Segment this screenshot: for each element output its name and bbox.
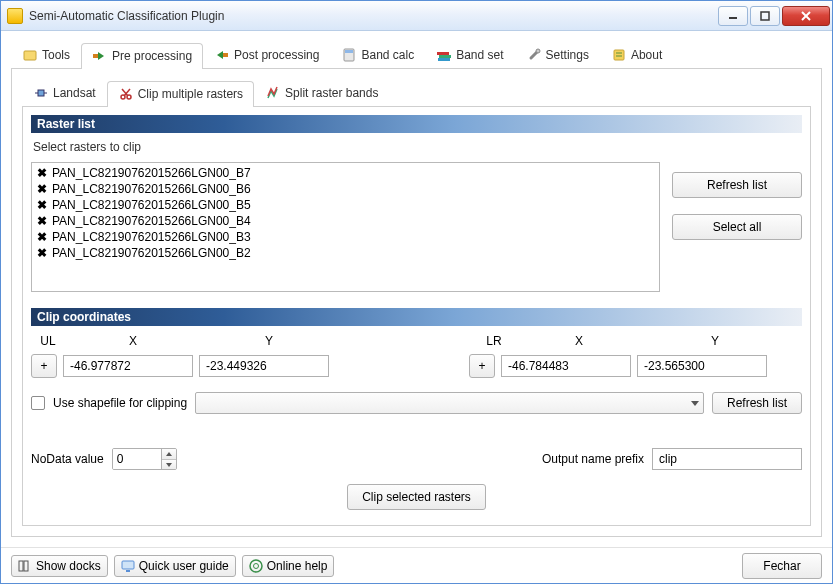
tab-label: Pre processing <box>112 49 192 63</box>
select-rasters-label: Select rasters to clip <box>31 139 802 156</box>
select-all-button[interactable]: Select all <box>672 214 802 240</box>
lr-pick-button[interactable]: + <box>469 354 495 378</box>
spin-up-button[interactable] <box>162 449 176 459</box>
raster-name: PAN_LC82190762015266LGN00_B4 <box>52 213 251 229</box>
docks-icon <box>18 560 32 572</box>
svg-rect-15 <box>614 50 624 60</box>
svg-rect-1 <box>761 12 769 20</box>
list-item[interactable]: ✖PAN_LC82190762015266LGN00_B6 <box>34 181 657 197</box>
online-help-button[interactable]: Online help <box>242 555 335 577</box>
maximize-button[interactable] <box>750 6 780 26</box>
list-item[interactable]: ✖PAN_LC82190762015266LGN00_B5 <box>34 197 657 213</box>
tab-preprocessing[interactable]: Pre processing <box>81 43 203 69</box>
satellite-icon <box>33 85 49 101</box>
sub-tabs: Landsat Clip multiple rasters Split rast… <box>22 79 811 107</box>
x-icon: ✖ <box>36 229 48 245</box>
svg-rect-4 <box>24 51 36 60</box>
ul-pick-button[interactable]: + <box>31 354 57 378</box>
subtab-landsat[interactable]: Landsat <box>22 80 107 106</box>
ul-y-input[interactable] <box>199 355 329 377</box>
svg-rect-28 <box>126 570 130 572</box>
raster-list-header: Raster list <box>31 115 802 133</box>
subtab-label: Landsat <box>53 86 96 100</box>
y-label: Y <box>201 334 337 348</box>
tab-bandset[interactable]: Band set <box>425 42 514 68</box>
nodata-input[interactable] <box>113 449 161 469</box>
x-icon: ✖ <box>36 213 48 229</box>
ul-label: UL <box>31 334 65 348</box>
postprocessing-icon <box>214 47 230 63</box>
window-buttons <box>718 6 830 26</box>
button-label: Show docks <box>36 559 101 573</box>
nodata-spinbox[interactable] <box>112 448 177 470</box>
tab-about[interactable]: About <box>600 42 673 68</box>
subtab-clip[interactable]: Clip multiple rasters <box>107 81 254 107</box>
coord-header-row: UL X Y LR X Y <box>31 334 802 348</box>
clip-coords-header: Clip coordinates <box>31 308 802 326</box>
close-button[interactable] <box>782 6 830 26</box>
chevron-up-icon <box>166 452 172 456</box>
x-icon: ✖ <box>36 245 48 261</box>
list-item[interactable]: ✖PAN_LC82190762015266LGN00_B4 <box>34 213 657 229</box>
list-item[interactable]: ✖PAN_LC82190762015266LGN00_B7 <box>34 165 657 181</box>
refresh-shapefile-button[interactable]: Refresh list <box>712 392 802 414</box>
svg-point-14 <box>536 49 540 53</box>
plus-icon: + <box>478 359 485 373</box>
close-dialog-button[interactable]: Fechar <box>742 553 822 579</box>
window-title: Semi-Automatic Classification Plugin <box>29 9 718 23</box>
help-icon <box>249 559 263 573</box>
svg-rect-13 <box>438 58 450 61</box>
plus-icon: + <box>40 359 47 373</box>
shapefile-combobox[interactable] <box>195 392 704 414</box>
shapefile-label: Use shapefile for clipping <box>53 396 187 410</box>
app-window: Semi-Automatic Classification Plugin Too… <box>0 0 833 584</box>
clip-selected-button[interactable]: Clip selected rasters <box>347 484 486 510</box>
output-prefix-input[interactable] <box>652 448 802 470</box>
raster-name: PAN_LC82190762015266LGN00_B3 <box>52 229 251 245</box>
quick-guide-button[interactable]: Quick user guide <box>114 555 236 577</box>
svg-rect-7 <box>223 53 228 57</box>
list-item[interactable]: ✖PAN_LC82190762015266LGN00_B3 <box>34 229 657 245</box>
clip-button-row: Clip selected rasters <box>31 484 802 510</box>
settings-icon <box>526 47 542 63</box>
y-label: Y <box>647 334 783 348</box>
raster-name: PAN_LC82190762015266LGN00_B6 <box>52 181 251 197</box>
client-area: Tools Pre processing Post processing Ban… <box>1 31 832 547</box>
x-label: X <box>511 334 647 348</box>
titlebar[interactable]: Semi-Automatic Classification Plugin <box>1 1 832 31</box>
raster-name: PAN_LC82190762015266LGN00_B7 <box>52 165 251 181</box>
tab-settings[interactable]: Settings <box>515 42 600 68</box>
list-item[interactable]: ✖PAN_LC82190762015266LGN00_B2 <box>34 245 657 261</box>
lr-label: LR <box>477 334 511 348</box>
x-icon: ✖ <box>36 197 48 213</box>
subtab-split[interactable]: Split raster bands <box>254 80 389 106</box>
minimize-button[interactable] <box>718 6 748 26</box>
shapefile-checkbox[interactable] <box>31 396 45 410</box>
tab-label: Post processing <box>234 48 319 62</box>
main-panel: Landsat Clip multiple rasters Split rast… <box>11 69 822 537</box>
options-row: NoData value Output name prefix <box>31 448 802 470</box>
lr-y-input[interactable] <box>637 355 767 377</box>
x-label: X <box>65 334 201 348</box>
shapefile-row: Use shapefile for clipping Refresh list <box>31 392 802 414</box>
tab-label: Band calc <box>361 48 414 62</box>
raster-list-buttons: Refresh list Select all <box>672 172 802 240</box>
subtab-label: Clip multiple rasters <box>138 87 243 101</box>
tab-bandcalc[interactable]: Band calc <box>330 42 425 68</box>
spin-down-button[interactable] <box>162 459 176 469</box>
close-icon <box>800 11 812 21</box>
svg-point-30 <box>253 563 258 568</box>
tab-postprocessing[interactable]: Post processing <box>203 42 330 68</box>
tab-tools[interactable]: Tools <box>11 42 81 68</box>
tab-label: Tools <box>42 48 70 62</box>
refresh-list-button[interactable]: Refresh list <box>672 172 802 198</box>
status-bar: Show docks Quick user guide Online help … <box>1 547 832 583</box>
ul-x-input[interactable] <box>63 355 193 377</box>
show-docks-button[interactable]: Show docks <box>11 555 108 577</box>
button-label: Quick user guide <box>139 559 229 573</box>
svg-marker-5 <box>98 52 104 60</box>
x-icon: ✖ <box>36 165 48 181</box>
svg-rect-18 <box>38 90 44 96</box>
raster-listbox[interactable]: ✖PAN_LC82190762015266LGN00_B7 ✖PAN_LC821… <box>31 162 660 292</box>
lr-x-input[interactable] <box>501 355 631 377</box>
